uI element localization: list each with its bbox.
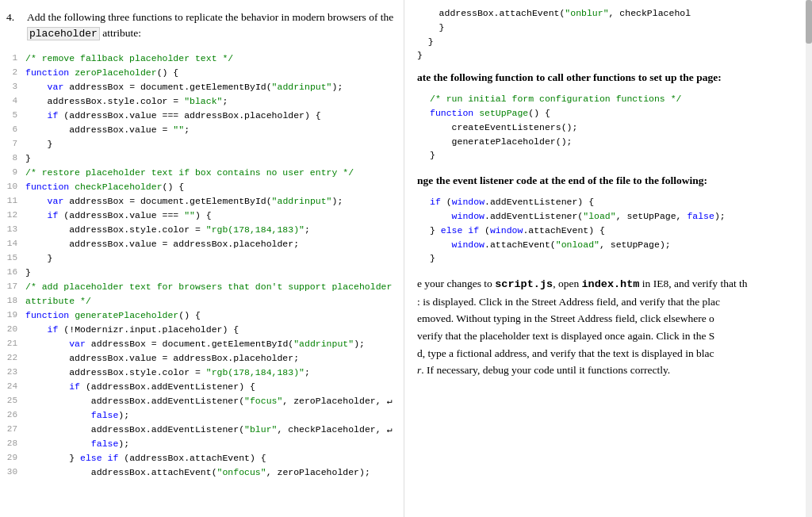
prose-p1: e your changes to script.js, open index.… (417, 275, 799, 293)
index-htm-code: index.htm (582, 278, 640, 290)
prose-p2: : is displayed. Click in the Street Addr… (417, 293, 799, 311)
code-line: 9 /* restore placeholder text if box con… (0, 166, 404, 180)
code-line: 10 function checkPlaceholder() { (0, 180, 404, 194)
prose-p5: d, type a fictional address, and verify … (417, 345, 799, 362)
right-top-code: addressBox.attachEvent("onblur", checkPl… (404, 0, 812, 63)
code-line: 20 if (!Modernizr.input.placeholder) { (0, 323, 404, 337)
scrollbar-track[interactable] (806, 0, 812, 517)
code-line: 29 } else if (addressBox.attachEvent) { (0, 451, 404, 465)
code-line: 8 } (0, 151, 404, 166)
code-line: 24 if (addressBox.addEventListener) { (0, 380, 404, 394)
prose-p4: verify that the placeholder text is disp… (417, 327, 799, 345)
code-line: 19 function generatePlaceholder() { (0, 308, 404, 323)
section3-heading: nge the event listener code at the end o… (404, 166, 812, 192)
code-line: 3 var addressBox = document.getElementBy… (0, 80, 404, 94)
code-line: 1 /* remove fallback placeholder text */ (0, 52, 404, 66)
code-line: 4 addressBox.style.color = "black"; (0, 94, 404, 109)
right-panel: addressBox.attachEvent("onblur", checkPl… (404, 0, 812, 517)
code-line: 15 } (0, 251, 404, 266)
code-line: 2 function zeroPlaceholder() { (0, 66, 404, 80)
step-number: 4. (6, 10, 22, 42)
code-line: 23 addressBox.style.color = "rgb(178,184… (0, 366, 404, 380)
code-line: 17 /* add placeholder text for browsers … (0, 280, 404, 294)
code-line: 21 var addressBox = document.getElementB… (0, 337, 404, 351)
script-js-code: script.js (495, 278, 553, 290)
section3-code: if (window.addEventListener) { window.ad… (404, 192, 812, 269)
code-line: 27 addressBox.addEventListener("blur", c… (0, 423, 404, 437)
placeholder-code: placeholder (27, 27, 100, 40)
scrollbar-thumb[interactable] (806, 0, 812, 44)
code-line: 18 attribute */ (0, 294, 404, 308)
section2-heading: ate the following function to call other… (404, 63, 812, 89)
code-line: 7 } (0, 137, 404, 151)
code-line: 22 addressBox.value = addressBox.placeho… (0, 351, 404, 366)
code-block-left: 1 /* remove fallback placeholder text */… (0, 48, 404, 483)
code-line: 14 addressBox.value = addressBox.placeho… (0, 237, 404, 251)
code-line: 13 addressBox.style.color = "rgb(178,184… (0, 223, 404, 237)
code-line: 26 false); (0, 408, 404, 423)
step-text: Add the following three functions to rep… (27, 10, 397, 42)
code-line: 12 if (addressBox.value === "") { (0, 209, 404, 223)
left-panel: 4. Add the following three functions to … (0, 0, 404, 517)
step-heading: 4. Add the following three functions to … (0, 6, 404, 48)
prose-p3: emoved. Without typing in the Street Add… (417, 310, 799, 327)
code-line: 30 addressBox.attachEvent("onfocus", zer… (0, 465, 404, 480)
section2-code: /* run initial form configuration functi… (404, 89, 812, 166)
code-line: 5 if (addressBox.value === addressBox.pl… (0, 109, 404, 123)
code-line: 6 addressBox.value = ""; (0, 123, 404, 137)
right-content: addressBox.attachEvent("onblur", checkPl… (404, 0, 812, 517)
prose-section: e your changes to script.js, open index.… (404, 269, 812, 385)
prose-p6: r. If necessary, debug your code until i… (417, 362, 799, 379)
code-line: 11 var addressBox = document.getElementB… (0, 194, 404, 209)
code-line: 16 } (0, 266, 404, 280)
code-line: 28 false); (0, 437, 404, 451)
code-line: 25 addressBox.addEventListener("focus", … (0, 394, 404, 408)
